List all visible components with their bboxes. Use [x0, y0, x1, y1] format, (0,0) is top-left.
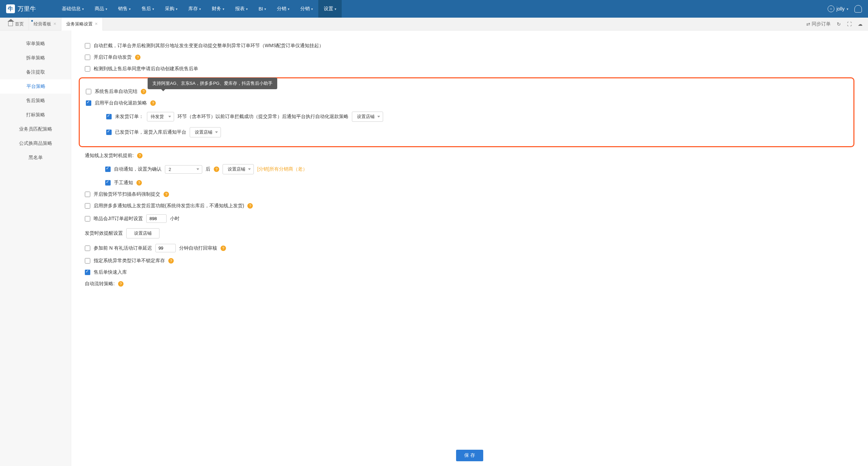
option-gift-delay: 参加前 N 有礼活动订单延迟 分钟自动打回审核 ? — [85, 244, 854, 252]
option-ship-remind: 发货时效提醒设置 设置店铺 — [85, 228, 854, 238]
headset-icon[interactable] — [854, 5, 862, 13]
tab-bar: 首页 经营看板 ✕ 业务策略设置 ✕ ⇄ 同步订单 ↻ ⛶ ☁ — [0, 18, 868, 31]
select-confirm-count[interactable]: 2 — [165, 165, 202, 174]
set-shop-button[interactable]: 设置店铺 — [190, 127, 221, 137]
input-vip-jit-hours[interactable] — [146, 214, 167, 223]
sidebar-item[interactable]: 公式换商品策略 — [0, 136, 71, 151]
brand-logo: 牛 万里牛 — [6, 4, 36, 13]
sidebar-item[interactable]: 备注提取 — [0, 65, 71, 79]
nav-item[interactable]: 报表▾ — [230, 0, 253, 18]
option-auto-notify: 自动通知，设置为确认 2 后 ? 设置店铺 [分销]所有分销商（老） — [85, 164, 854, 174]
label: 指定系统异常类型订单不锁定库存 — [94, 258, 165, 264]
help-icon[interactable]: ? — [164, 192, 169, 197]
help-icon[interactable]: ? — [247, 203, 253, 209]
tab-home[interactable]: 首页 — [3, 18, 29, 31]
option-manual-notify: 手工通知 ? — [85, 180, 854, 186]
fullscreen-icon[interactable]: ⛶ — [847, 21, 852, 27]
option-after-sale-auto-create: 检测到线上售后单同意申请后自动创建系统售后单 — [85, 66, 854, 72]
nav-item[interactable]: 销售▾ — [113, 0, 136, 18]
option-refund-unshipped: 未发货订单： 待发货 环节（含本环节）以前订单拦截成功（提交异常）后通知平台执行… — [80, 112, 847, 122]
checkbox-pdd-notify[interactable] — [85, 203, 90, 209]
checkbox-enable-refund[interactable] — [86, 100, 91, 106]
sidebar-item[interactable]: 拆单策略 — [0, 51, 71, 65]
checkbox-after-sale-finish[interactable] — [86, 89, 91, 94]
checkbox-after-sale-create[interactable] — [85, 66, 90, 72]
save-button[interactable]: 保 存 — [456, 450, 483, 461]
unit: 分钟自动打回审核 — [179, 245, 217, 251]
option-auto-intercept: 自动拦截，订单合并后检测到其部分地址发生变更自动提交整单到异常订单环节（WMS配… — [85, 43, 854, 49]
option-after-sale-auto-finish: 系统售后单自动完结 ? — [80, 89, 847, 95]
option-auto-flow: 自动流转策略: ? — [85, 281, 854, 287]
refresh-icon[interactable]: ↻ — [837, 21, 841, 27]
checkbox-no-lock[interactable] — [85, 258, 90, 264]
checkbox-gift-delay[interactable] — [85, 246, 90, 251]
help-icon[interactable]: ? — [150, 100, 156, 106]
label: 通知线上发货时机提前: — [85, 153, 134, 159]
sync-orders-button[interactable]: ⇄ 同步订单 — [806, 21, 831, 27]
checkbox-unshipped[interactable] — [106, 114, 112, 119]
sidebar-item[interactable]: 黑名单 — [0, 151, 71, 165]
sync-icon: ⇄ — [806, 21, 810, 27]
label-tail: 环节（含本环节）以前订单拦截成功（提交异常）后通知平台执行自动化退款策略 — [177, 114, 348, 120]
chevron-down-icon: ▾ — [106, 7, 107, 11]
nav-item[interactable]: 设置▾ — [318, 0, 342, 18]
nav-label: 商品 — [95, 6, 104, 12]
nav-item[interactable]: 基础信息▾ — [56, 0, 89, 18]
help-icon[interactable]: ? — [135, 55, 140, 60]
nav-item[interactable]: 售后▾ — [136, 0, 159, 18]
checkbox-shipped[interactable] — [106, 130, 112, 135]
label: 未发货订单： — [115, 114, 144, 120]
tooltip: 支持阿里AG、京东SA，拼多多PG、爱库存，抖店售后小助手 — [148, 78, 277, 89]
label: 自动流转策略: — [85, 281, 115, 287]
help-icon[interactable]: ? — [118, 281, 124, 287]
nav-label: 库存 — [188, 6, 198, 12]
sidebar-item[interactable]: 打标策略 — [0, 108, 71, 122]
help-icon[interactable]: ? — [141, 89, 146, 94]
checkbox-auto-ship[interactable] — [85, 55, 90, 60]
checkbox-scan-force[interactable] — [85, 192, 90, 197]
nav-item[interactable]: 分销▾ — [271, 0, 295, 18]
nav-item[interactable]: 分销▾ — [295, 0, 318, 18]
checkbox-auto-intercept[interactable] — [85, 43, 90, 48]
sync-label: 同步订单 — [812, 21, 831, 27]
chevron-down-icon: ▾ — [847, 7, 848, 11]
help-icon[interactable]: ? — [168, 258, 174, 264]
nav-item[interactable]: BI▾ — [253, 0, 271, 18]
sidebar: 审单策略拆单策略备注提取平台策略售后策略打标策略业务员匹配策略公式换商品策略黑名… — [0, 31, 71, 466]
sidebar-item[interactable]: 业务员匹配策略 — [0, 122, 71, 136]
checkbox-vip-jit[interactable] — [85, 216, 90, 221]
select-unshipped-stage[interactable]: 待发货 — [147, 112, 174, 121]
user-menu[interactable]: ○ jolly ▾ — [828, 5, 848, 12]
nav-item[interactable]: 库存▾ — [183, 0, 206, 18]
unread-dot-icon — [31, 20, 33, 22]
set-shop-button[interactable]: 设置店铺 — [223, 164, 254, 174]
help-icon[interactable]: ? — [214, 167, 219, 172]
nav-item[interactable]: 采购▾ — [159, 0, 183, 18]
checkbox-manual-notify[interactable] — [105, 180, 111, 186]
sidebar-item[interactable]: 平台策略 — [0, 79, 71, 94]
input-gift-delay-min[interactable] — [155, 244, 176, 252]
nav-item[interactable]: 财务▾ — [206, 0, 230, 18]
page-body: 审单策略拆单策略备注提取平台策略售后策略打标策略业务员匹配策略公式换商品策略黑名… — [0, 31, 868, 466]
save-bar: 保 存 — [456, 450, 483, 461]
help-icon[interactable]: ? — [221, 246, 226, 251]
set-shop-button[interactable]: 设置店铺 — [126, 228, 159, 238]
checkbox-fast-in[interactable] — [85, 270, 90, 275]
chevron-down-icon: ▾ — [176, 7, 177, 11]
option-notify-ship: 通知线上发货时机提前: ? — [85, 153, 854, 159]
nav-label: 财务 — [212, 6, 221, 12]
checkbox-auto-notify[interactable] — [105, 167, 111, 172]
help-icon[interactable]: ? — [137, 153, 143, 158]
help-icon[interactable]: ? — [136, 180, 142, 186]
tab-dashboard[interactable]: 经营看板 ✕ — [29, 18, 61, 31]
nav-label: BI — [259, 6, 263, 12]
cloud-upload-icon[interactable]: ☁ — [858, 21, 863, 27]
sidebar-item[interactable]: 售后策略 — [0, 94, 71, 108]
set-shop-button[interactable]: 设置店铺 — [352, 112, 383, 122]
close-icon[interactable]: ✕ — [95, 22, 98, 26]
avatar-icon: ○ — [828, 5, 834, 12]
nav-item[interactable]: 商品▾ — [89, 0, 113, 18]
sidebar-item[interactable]: 审单策略 — [0, 37, 71, 51]
tab-biz-strategy[interactable]: 业务策略设置 ✕ — [61, 18, 103, 31]
close-icon[interactable]: ✕ — [53, 22, 56, 26]
